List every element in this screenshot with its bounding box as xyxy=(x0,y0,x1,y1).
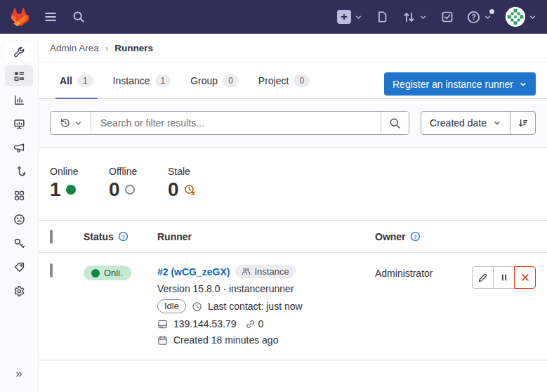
chevron-down-icon xyxy=(354,13,363,22)
clock-icon xyxy=(192,301,202,312)
sidebar-item-analytics[interactable] xyxy=(5,89,33,110)
sort-controls: Created date xyxy=(421,111,536,135)
tab-group[interactable]: Group 0 xyxy=(180,63,249,98)
chevron-down-icon xyxy=(519,80,527,89)
wrench-icon xyxy=(13,46,25,58)
issues-icon[interactable] xyxy=(376,11,389,23)
runner-actions xyxy=(472,266,536,289)
tab-label: Group xyxy=(190,75,218,86)
gitlab-logo[interactable] xyxy=(10,8,29,26)
breadcrumb-separator: › xyxy=(105,43,109,53)
tab-all[interactable]: All 1 xyxy=(50,63,103,98)
merge-requests-button[interactable] xyxy=(402,11,428,24)
runner-created-text: Created 18 minutes ago xyxy=(173,334,278,346)
pause-runner-button[interactable] xyxy=(493,266,515,289)
stat-stale: Stale 0 xyxy=(168,166,207,200)
labels-icon xyxy=(13,261,25,273)
new-menu-button[interactable] xyxy=(337,10,363,24)
svg-text:?: ? xyxy=(414,234,417,240)
sidebar-item-overview[interactable] xyxy=(5,65,33,86)
top-navbar: ? xyxy=(0,0,547,34)
runner-owner: Administrator xyxy=(375,265,466,279)
user-menu-button[interactable] xyxy=(506,7,537,27)
stat-value: 0 xyxy=(168,179,179,200)
search-icon[interactable] xyxy=(72,11,85,23)
stat-offline: Offline 0 xyxy=(109,166,148,200)
pencil-icon xyxy=(477,273,488,283)
tab-label: Instance xyxy=(113,75,150,86)
last-contact-text: Last contact: just now xyxy=(208,301,303,312)
chevron-down-icon xyxy=(528,13,537,22)
stale-clock-icon xyxy=(184,184,196,196)
select-all-checkbox[interactable] xyxy=(50,230,53,244)
search-icon xyxy=(389,117,401,129)
history-icon xyxy=(60,117,71,129)
breadcrumb-current: Runners xyxy=(114,43,153,53)
edit-runner-button[interactable] xyxy=(472,266,494,289)
status-badge-label: Onli… xyxy=(104,268,124,278)
search-submit-button[interactable] xyxy=(381,112,409,134)
tab-count-badge: 1 xyxy=(77,74,93,87)
breadcrumb-admin-area[interactable]: Admin Area xyxy=(50,43,99,53)
user-avatar xyxy=(506,7,525,27)
sort-field-label: Created date xyxy=(430,117,487,129)
analytics-icon xyxy=(13,94,25,106)
sidebar-item-monitoring[interactable] xyxy=(5,113,33,134)
calendar-icon xyxy=(157,335,168,346)
sort-descending-icon xyxy=(518,118,528,129)
sidebar-item-credentials[interactable] xyxy=(5,233,33,254)
help-menu-button[interactable]: ? xyxy=(467,11,492,24)
header-runner: Runner xyxy=(157,231,192,242)
filter-bar: Created date xyxy=(39,99,547,148)
runners-table-header: Status ? Runner Owner ? xyxy=(39,220,547,253)
abuse-icon xyxy=(13,214,25,226)
tab-count-badge: 0 xyxy=(294,74,310,87)
runner-table-row: Onli… #2 (wCG_zeGX) Instance Version 15 xyxy=(39,253,547,360)
stat-label: Offline xyxy=(109,166,148,177)
owner-help-icon[interactable]: ? xyxy=(410,231,421,242)
applications-icon xyxy=(13,190,25,202)
stat-label: Online xyxy=(50,166,89,177)
runner-type-badge: Instance xyxy=(235,265,295,278)
main-content: Admin Area › Runners All 1 Instance 1 Gr… xyxy=(39,34,547,392)
status-help-icon[interactable]: ? xyxy=(118,231,128,242)
tab-project[interactable]: Project 0 xyxy=(249,63,319,98)
help-icon: ? xyxy=(467,11,480,24)
runner-name-link[interactable]: #2 (wCG_zeGX) xyxy=(157,266,230,277)
notification-dot xyxy=(489,9,494,14)
sidebar-item-settings[interactable] xyxy=(5,280,33,301)
sort-direction-button[interactable] xyxy=(510,111,536,135)
chevron-down-icon xyxy=(493,119,501,127)
chevron-down-icon xyxy=(419,13,428,22)
new-menu-plus-icon xyxy=(337,10,351,24)
online-dot-icon xyxy=(91,269,100,277)
menu-icon[interactable] xyxy=(44,10,58,24)
stat-value: 0 xyxy=(109,179,120,200)
todos-icon[interactable] xyxy=(441,11,454,23)
merge-requests-icon xyxy=(402,11,416,24)
sort-field-dropdown[interactable]: Created date xyxy=(421,111,510,135)
header-owner: Owner xyxy=(375,231,406,242)
expand-sidebar-chevrons[interactable]: » xyxy=(15,367,22,381)
delete-runner-button[interactable] xyxy=(514,266,536,289)
sidebar-item-applications[interactable] xyxy=(5,185,33,206)
runner-status-stats: Online 1 Offline 0 Stale 0 xyxy=(39,148,547,220)
search-history-dropdown[interactable] xyxy=(51,112,91,134)
monitor-icon xyxy=(13,118,25,130)
sidebar-item-abuse-reports[interactable] xyxy=(5,209,33,230)
row-checkbox[interactable] xyxy=(50,263,53,277)
sidebar-item-messages[interactable] xyxy=(5,137,33,158)
sidebar-item-admin-overview[interactable] xyxy=(5,41,33,63)
svg-text:?: ? xyxy=(121,234,125,240)
search-input[interactable] xyxy=(91,112,381,134)
sidebar-item-labels[interactable] xyxy=(5,256,33,277)
register-instance-runner-button[interactable]: Register an instance runner xyxy=(384,72,536,96)
tab-instance[interactable]: Instance 1 xyxy=(103,63,181,98)
sidebar-item-system-hooks[interactable] xyxy=(5,161,33,182)
overview-icon xyxy=(13,70,25,82)
runner-type-label: Instance xyxy=(254,266,289,277)
close-icon xyxy=(520,273,530,282)
tab-label: Project xyxy=(258,75,289,86)
stat-online: Online 1 xyxy=(50,166,89,200)
pause-icon xyxy=(499,273,509,282)
